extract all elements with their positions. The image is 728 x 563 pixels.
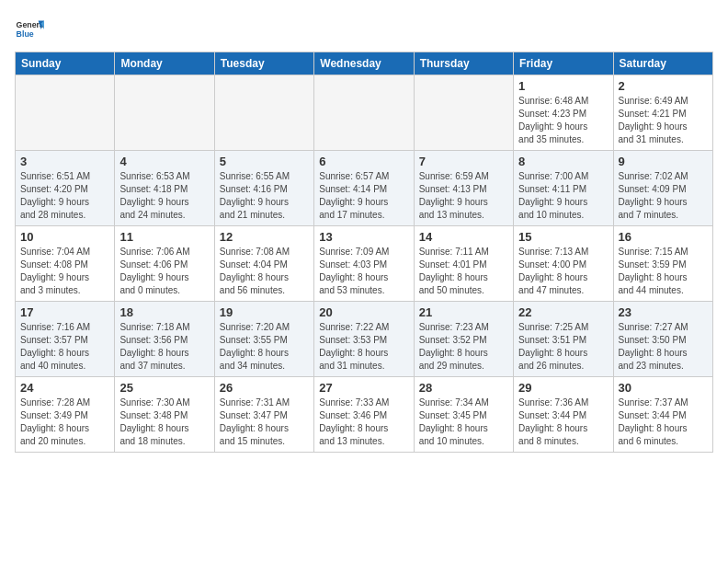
calendar-cell	[16, 75, 115, 151]
day-number: 15	[518, 230, 608, 244]
day-info: Sunrise: 7:02 AM Sunset: 4:09 PM Dayligh…	[619, 170, 708, 222]
day-number: 9	[619, 155, 708, 168]
calendar-cell: 27Sunrise: 7:33 AM Sunset: 3:46 PM Dayli…	[314, 377, 414, 453]
day-info: Sunrise: 6:55 AM Sunset: 4:16 PM Dayligh…	[220, 170, 309, 222]
day-number: 23	[619, 305, 708, 319]
calendar-cell: 29Sunrise: 7:36 AM Sunset: 3:44 PM Dayli…	[514, 377, 613, 453]
day-info: Sunrise: 7:34 AM Sunset: 3:45 PM Dayligh…	[419, 396, 508, 448]
day-info: Sunrise: 7:30 AM Sunset: 3:48 PM Dayligh…	[119, 396, 209, 448]
day-info: Sunrise: 7:04 AM Sunset: 4:08 PM Dayligh…	[20, 246, 109, 297]
calendar-cell	[214, 75, 313, 151]
calendar-cell: 9Sunrise: 7:02 AM Sunset: 4:09 PM Daylig…	[613, 151, 712, 226]
calendar-cell: 8Sunrise: 7:00 AM Sunset: 4:11 PM Daylig…	[514, 151, 613, 226]
day-info: Sunrise: 7:18 AM Sunset: 3:56 PM Dayligh…	[119, 321, 209, 373]
day-number: 26	[220, 381, 309, 395]
day-number: 28	[419, 381, 508, 395]
calendar-table: SundayMondayTuesdayWednesdayThursdayFrid…	[15, 52, 713, 453]
calendar-cell: 18Sunrise: 7:18 AM Sunset: 3:56 PM Dayli…	[115, 302, 214, 377]
day-info: Sunrise: 7:08 AM Sunset: 4:04 PM Dayligh…	[220, 246, 309, 297]
day-info: Sunrise: 7:28 AM Sunset: 3:49 PM Dayligh…	[20, 396, 109, 448]
day-info: Sunrise: 7:16 AM Sunset: 3:57 PM Dayligh…	[20, 321, 109, 373]
day-number: 18	[119, 305, 209, 319]
day-info: Sunrise: 6:59 AM Sunset: 4:13 PM Dayligh…	[419, 170, 508, 222]
calendar-cell: 17Sunrise: 7:16 AM Sunset: 3:57 PM Dayli…	[16, 302, 115, 377]
day-number: 13	[319, 230, 408, 244]
day-number: 24	[20, 381, 109, 395]
calendar-cell: 24Sunrise: 7:28 AM Sunset: 3:49 PM Dayli…	[16, 377, 115, 453]
calendar-cell: 19Sunrise: 7:20 AM Sunset: 3:55 PM Dayli…	[214, 302, 313, 377]
day-info: Sunrise: 7:09 AM Sunset: 4:03 PM Dayligh…	[319, 246, 408, 297]
day-number: 21	[419, 305, 508, 319]
day-number: 8	[518, 155, 608, 168]
calendar-cell: 22Sunrise: 7:25 AM Sunset: 3:51 PM Dayli…	[514, 302, 613, 377]
weekday-header-sunday: Sunday	[16, 52, 115, 75]
svg-text:Blue: Blue	[17, 29, 34, 39]
day-info: Sunrise: 7:23 AM Sunset: 3:52 PM Dayligh…	[419, 321, 508, 373]
day-info: Sunrise: 6:51 AM Sunset: 4:20 PM Dayligh…	[20, 170, 109, 222]
weekday-header-tuesday: Tuesday	[214, 52, 313, 75]
day-number: 14	[419, 230, 508, 244]
day-number: 7	[419, 155, 508, 168]
day-number: 11	[119, 230, 209, 244]
day-number: 30	[619, 381, 708, 395]
calendar-cell: 14Sunrise: 7:11 AM Sunset: 4:01 PM Dayli…	[414, 226, 513, 302]
calendar-cell: 16Sunrise: 7:15 AM Sunset: 3:59 PM Dayli…	[613, 226, 712, 302]
calendar-cell	[314, 75, 414, 151]
day-info: Sunrise: 7:06 AM Sunset: 4:06 PM Dayligh…	[119, 246, 209, 297]
day-info: Sunrise: 7:37 AM Sunset: 3:44 PM Dayligh…	[619, 396, 708, 448]
day-number: 12	[220, 230, 309, 244]
calendar-cell: 13Sunrise: 7:09 AM Sunset: 4:03 PM Dayli…	[314, 226, 414, 302]
day-number: 5	[220, 155, 309, 168]
weekday-header-wednesday: Wednesday	[314, 52, 414, 75]
day-info: Sunrise: 6:49 AM Sunset: 4:21 PM Dayligh…	[619, 95, 708, 146]
calendar-cell	[115, 75, 214, 151]
day-info: Sunrise: 7:00 AM Sunset: 4:11 PM Dayligh…	[518, 170, 608, 222]
calendar-cell: 2Sunrise: 6:49 AM Sunset: 4:21 PM Daylig…	[613, 75, 712, 151]
day-info: Sunrise: 7:20 AM Sunset: 3:55 PM Dayligh…	[220, 321, 309, 373]
day-number: 6	[319, 155, 408, 168]
day-info: Sunrise: 7:13 AM Sunset: 4:00 PM Dayligh…	[518, 246, 608, 297]
day-info: Sunrise: 7:11 AM Sunset: 4:01 PM Dayligh…	[419, 246, 508, 297]
weekday-header-monday: Monday	[115, 52, 214, 75]
calendar-cell: 20Sunrise: 7:22 AM Sunset: 3:53 PM Dayli…	[314, 302, 414, 377]
day-info: Sunrise: 7:36 AM Sunset: 3:44 PM Dayligh…	[518, 396, 608, 448]
calendar-cell: 12Sunrise: 7:08 AM Sunset: 4:04 PM Dayli…	[214, 226, 313, 302]
logo: General Blue	[15, 15, 44, 44]
calendar-cell: 3Sunrise: 6:51 AM Sunset: 4:20 PM Daylig…	[16, 151, 115, 226]
calendar-cell: 6Sunrise: 6:57 AM Sunset: 4:14 PM Daylig…	[314, 151, 414, 226]
day-number: 19	[220, 305, 309, 319]
day-info: Sunrise: 6:57 AM Sunset: 4:14 PM Dayligh…	[319, 170, 408, 222]
calendar-cell: 15Sunrise: 7:13 AM Sunset: 4:00 PM Dayli…	[514, 226, 613, 302]
day-info: Sunrise: 7:15 AM Sunset: 3:59 PM Dayligh…	[619, 246, 708, 297]
day-number: 3	[20, 155, 109, 168]
day-number: 25	[119, 381, 209, 395]
calendar-cell: 10Sunrise: 7:04 AM Sunset: 4:08 PM Dayli…	[16, 226, 115, 302]
weekday-header-friday: Friday	[514, 52, 613, 75]
day-info: Sunrise: 7:22 AM Sunset: 3:53 PM Dayligh…	[319, 321, 408, 373]
calendar-cell	[414, 75, 513, 151]
calendar-cell: 30Sunrise: 7:37 AM Sunset: 3:44 PM Dayli…	[613, 377, 712, 453]
day-number: 10	[20, 230, 109, 244]
day-number: 2	[619, 79, 708, 93]
day-number: 29	[518, 381, 608, 395]
calendar-cell: 5Sunrise: 6:55 AM Sunset: 4:16 PM Daylig…	[214, 151, 313, 226]
day-number: 27	[319, 381, 408, 395]
day-number: 4	[119, 155, 209, 168]
calendar-cell: 1Sunrise: 6:48 AM Sunset: 4:23 PM Daylig…	[514, 75, 613, 151]
day-info: Sunrise: 6:53 AM Sunset: 4:18 PM Dayligh…	[119, 170, 209, 222]
day-number: 16	[619, 230, 708, 244]
day-number: 20	[319, 305, 408, 319]
calendar-cell: 4Sunrise: 6:53 AM Sunset: 4:18 PM Daylig…	[115, 151, 214, 226]
calendar-cell: 11Sunrise: 7:06 AM Sunset: 4:06 PM Dayli…	[115, 226, 214, 302]
day-number: 1	[518, 79, 608, 93]
calendar-cell: 7Sunrise: 6:59 AM Sunset: 4:13 PM Daylig…	[414, 151, 513, 226]
calendar-cell: 21Sunrise: 7:23 AM Sunset: 3:52 PM Dayli…	[414, 302, 513, 377]
day-info: Sunrise: 7:25 AM Sunset: 3:51 PM Dayligh…	[518, 321, 608, 373]
weekday-header-thursday: Thursday	[414, 52, 513, 75]
day-info: Sunrise: 7:33 AM Sunset: 3:46 PM Dayligh…	[319, 396, 408, 448]
day-info: Sunrise: 6:48 AM Sunset: 4:23 PM Dayligh…	[518, 95, 608, 146]
calendar-cell: 25Sunrise: 7:30 AM Sunset: 3:48 PM Dayli…	[115, 377, 214, 453]
calendar-cell: 28Sunrise: 7:34 AM Sunset: 3:45 PM Dayli…	[414, 377, 513, 453]
calendar-cell: 23Sunrise: 7:27 AM Sunset: 3:50 PM Dayli…	[613, 302, 712, 377]
day-number: 17	[20, 305, 109, 319]
